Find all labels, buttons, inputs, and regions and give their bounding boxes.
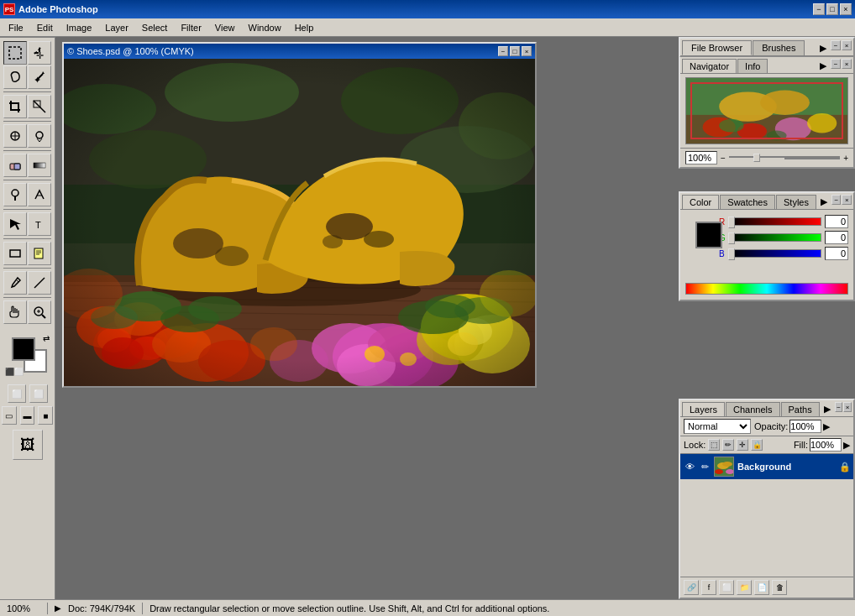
tool-clone[interactable] bbox=[28, 124, 51, 148]
g-value[interactable]: 0 bbox=[825, 231, 848, 244]
blend-mode-select[interactable]: Normal Multiply Screen bbox=[684, 419, 751, 434]
color-menu[interactable]: ▶ bbox=[817, 195, 831, 209]
tool-pen[interactable] bbox=[28, 183, 51, 206]
menu-bar: File Edit Image Layer Select Filter View… bbox=[0, 18, 855, 37]
maximize-button[interactable]: □ bbox=[826, 3, 838, 15]
zoom-in-btn[interactable]: + bbox=[843, 154, 848, 163]
doc-minimize-btn[interactable]: − bbox=[498, 46, 508, 56]
doc-maximize-btn[interactable]: □ bbox=[510, 46, 520, 56]
zoom-input[interactable] bbox=[685, 151, 717, 164]
layer-edit-icon[interactable]: ✏ bbox=[699, 461, 711, 472]
tab-layers[interactable]: Layers bbox=[682, 402, 725, 416]
standard-screen-btn[interactable]: ▭ bbox=[2, 406, 17, 425]
tool-eyedropper[interactable] bbox=[3, 271, 27, 295]
full-screen-btn[interactable]: ■ bbox=[38, 406, 53, 425]
r-slider[interactable] bbox=[731, 217, 821, 226]
g-slider[interactable] bbox=[731, 233, 821, 242]
tool-measure[interactable] bbox=[28, 271, 51, 295]
tool-dodge[interactable] bbox=[3, 183, 27, 206]
layers-menu[interactable]: ▶ bbox=[821, 402, 834, 416]
layer-new-btn[interactable]: 📄 bbox=[754, 580, 769, 595]
tab-swatches[interactable]: Swatches bbox=[720, 195, 775, 209]
tab-channels[interactable]: Channels bbox=[726, 402, 779, 416]
menu-help[interactable]: Help bbox=[288, 21, 321, 34]
tab-paths[interactable]: Paths bbox=[781, 402, 820, 416]
tab-color[interactable]: Color bbox=[682, 195, 719, 209]
minimize-button[interactable]: − bbox=[813, 3, 825, 15]
menu-select[interactable]: Select bbox=[135, 21, 175, 34]
tab-file-browser[interactable]: File Browser bbox=[682, 40, 752, 55]
quick-mask-btn[interactable]: ⬜ bbox=[29, 384, 48, 403]
tool-move[interactable]: ✛ bbox=[28, 41, 51, 65]
layers-minimize[interactable]: − bbox=[835, 402, 843, 412]
tool-eraser[interactable] bbox=[3, 154, 27, 177]
menu-edit[interactable]: Edit bbox=[30, 21, 60, 34]
fill-input[interactable] bbox=[810, 438, 842, 452]
status-doc-icon[interactable]: ▶ bbox=[55, 603, 61, 613]
reset-colors-btn[interactable]: ⬛⬜ bbox=[5, 368, 24, 376]
tool-notes[interactable] bbox=[28, 242, 51, 265]
layer-lock-indicator: 🔒 bbox=[840, 462, 850, 472]
lock-all-btn[interactable]: 🔒 bbox=[751, 439, 763, 451]
layer-background[interactable]: 👁 ✏ Background 🔒 bbox=[680, 454, 853, 479]
full-screen-menu-btn[interactable]: ▬ bbox=[20, 406, 35, 425]
layer-visibility-icon[interactable]: 👁 bbox=[684, 461, 695, 472]
tool-zoom[interactable] bbox=[28, 300, 51, 324]
navigator-close[interactable]: × bbox=[842, 59, 852, 69]
lock-transparent-btn[interactable]: ⬚ bbox=[708, 439, 720, 451]
color-spectrum[interactable] bbox=[685, 283, 848, 295]
b-value[interactable]: 0 bbox=[825, 247, 848, 260]
tool-magic-wand[interactable]: ✦ bbox=[28, 65, 51, 89]
menu-filter[interactable]: Filter bbox=[174, 21, 207, 34]
tab-navigator[interactable]: Navigator bbox=[682, 59, 737, 73]
tool-lasso[interactable] bbox=[3, 65, 27, 89]
close-button[interactable]: × bbox=[840, 3, 852, 15]
tool-shape[interactable] bbox=[3, 242, 27, 265]
zoom-out-btn[interactable]: − bbox=[721, 154, 726, 163]
tab-info[interactable]: Info bbox=[737, 59, 768, 73]
opacity-input[interactable] bbox=[789, 420, 821, 433]
b-slider[interactable] bbox=[731, 249, 821, 258]
top-panel-menu[interactable]: ▶ bbox=[816, 40, 830, 55]
menu-image[interactable]: Image bbox=[60, 21, 99, 34]
lock-pixels-btn[interactable]: ✏ bbox=[722, 439, 734, 451]
tool-path-selection[interactable] bbox=[3, 212, 27, 236]
tab-styles[interactable]: Styles bbox=[776, 195, 816, 209]
layer-style-btn[interactable]: f bbox=[701, 580, 716, 595]
color-close[interactable]: × bbox=[842, 195, 852, 205]
r-value[interactable]: 0 bbox=[825, 215, 848, 228]
tool-gradient[interactable] bbox=[28, 154, 51, 177]
lock-position-btn[interactable]: ✛ bbox=[737, 439, 748, 451]
opacity-arrow[interactable]: ▶ bbox=[823, 421, 830, 432]
layer-mask-btn[interactable]: ⬜ bbox=[719, 580, 734, 595]
layer-delete-btn[interactable]: 🗑 bbox=[772, 580, 787, 595]
menu-window[interactable]: Window bbox=[242, 21, 288, 34]
layer-link-btn[interactable]: 🔗 bbox=[684, 580, 699, 595]
zoom-slider[interactable] bbox=[729, 156, 840, 159]
foreground-swatch[interactable] bbox=[695, 222, 722, 248]
top-panel-close[interactable]: × bbox=[842, 40, 852, 50]
menu-layer[interactable]: Layer bbox=[98, 21, 135, 34]
color-minimize[interactable]: − bbox=[831, 195, 842, 205]
tool-text[interactable]: T bbox=[28, 212, 51, 236]
doc-close-btn[interactable]: × bbox=[522, 46, 532, 56]
layer-group-btn[interactable]: 📁 bbox=[737, 580, 752, 595]
fill-arrow[interactable]: ▶ bbox=[843, 440, 850, 451]
navigator-menu[interactable]: ▶ bbox=[816, 59, 830, 73]
navigator-minimize[interactable]: − bbox=[831, 59, 841, 69]
tool-slice[interactable] bbox=[28, 95, 51, 118]
jump-imageready-btn[interactable]: 🖼 bbox=[13, 430, 43, 460]
standard-mode-btn[interactable]: ⬜ bbox=[8, 384, 26, 403]
tool-healing[interactable] bbox=[3, 124, 27, 148]
tool-hand[interactable] bbox=[3, 300, 27, 324]
tab-brushes[interactable]: Brushes bbox=[753, 40, 805, 55]
tool-crop[interactable] bbox=[3, 95, 27, 118]
layers-close[interactable]: × bbox=[843, 402, 852, 412]
tool-marquee-rect[interactable] bbox=[3, 41, 27, 65]
top-panel-minimize[interactable]: − bbox=[831, 40, 841, 50]
menu-view[interactable]: View bbox=[208, 21, 242, 34]
menu-file[interactable]: File bbox=[2, 21, 30, 34]
foreground-color-swatch[interactable] bbox=[12, 337, 35, 361]
color-tab-bar: Color Swatches Styles ▶ − × bbox=[680, 193, 853, 210]
swap-colors-btn[interactable]: ⇄ bbox=[43, 334, 50, 343]
